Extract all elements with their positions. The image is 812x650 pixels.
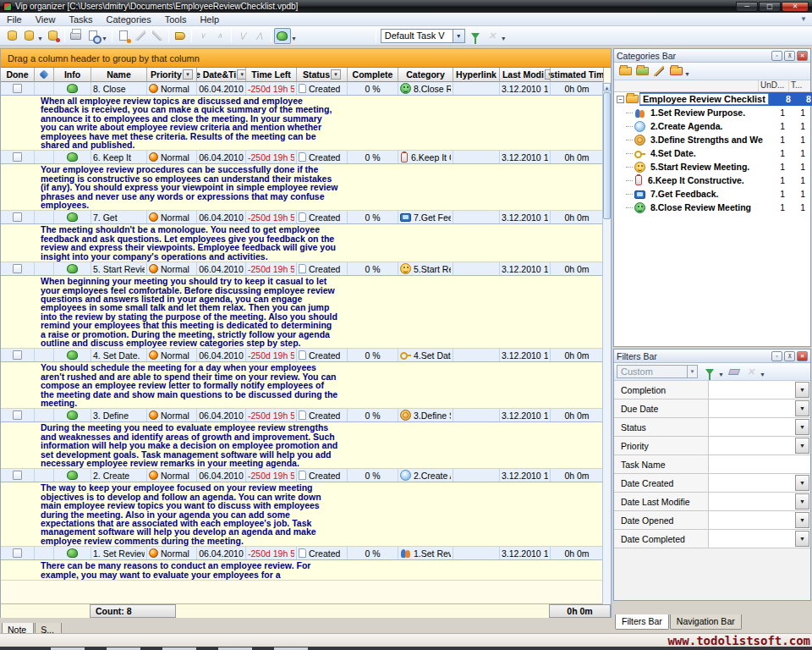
filter-dropdown-icon[interactable]: ▼	[795, 531, 809, 547]
done-checkbox[interactable]	[13, 410, 22, 420]
filter-dropdown-icon[interactable]: ▼	[795, 512, 809, 528]
column-filter-dropdown-icon[interactable]: ▼	[331, 69, 341, 80]
category-item[interactable]: 2.Create Agenda.11	[614, 119, 810, 133]
task-row[interactable]: 7. GetNormal06.04.2010-250d 19h 54mCreat…	[1, 211, 611, 224]
menu-tools[interactable]: Tools	[158, 13, 194, 26]
scroll-up-icon[interactable]: ▲	[603, 83, 611, 91]
new-subcategory-button[interactable]	[634, 63, 650, 80]
filter-dropdown-icon[interactable]: ▼	[795, 493, 809, 510]
category-item[interactable]: 1.Set Review Purpose.11	[614, 106, 810, 119]
remove-filter-button[interactable]: ✕	[743, 364, 760, 380]
delete-task-button[interactable]	[149, 28, 166, 44]
filter-value[interactable]	[709, 399, 794, 417]
filter-dropdown-icon[interactable]: ▼	[795, 419, 809, 435]
task-row[interactable]: 6. Keep ItNormal06.04.2010-250d 19h 54mC…	[1, 151, 611, 164]
col-undone[interactable]: UnD...	[758, 80, 788, 91]
menu-help[interactable]: Help	[193, 13, 226, 26]
done-checkbox[interactable]	[13, 152, 22, 162]
task-row[interactable]: 2. CreateNormal06.04.2010-250d 19h 54mCr…	[1, 469, 611, 482]
filter-value[interactable]	[709, 437, 794, 454]
collapse-icon[interactable]: −	[617, 96, 624, 103]
column-header-e-date-ti[interactable]: e Date&Ti▼	[197, 68, 246, 82]
column-header-complete[interactable]: Complete	[348, 68, 398, 82]
category-item[interactable]: 7.Get Feedback.11	[614, 187, 810, 201]
task-description[interactable]: During the meeting you need to evaluate …	[1, 422, 611, 469]
column-header-info[interactable]: Info	[54, 68, 91, 82]
done-checkbox[interactable]	[13, 471, 22, 480]
tab-navigation-bar[interactable]: Navigation Bar	[670, 614, 742, 630]
backup-database-button[interactable]	[45, 28, 62, 44]
filters-restore-icon[interactable]: ▫	[771, 351, 782, 361]
print-button[interactable]	[68, 28, 85, 44]
category-root-row[interactable]: − Employee Review Checklist 8 8	[614, 92, 810, 106]
apply-filter-button[interactable]	[701, 364, 718, 380]
task-view-dropdown-icon[interactable]: ▼	[291, 36, 297, 41]
done-checkbox[interactable]	[13, 264, 22, 273]
new-category-button[interactable]	[617, 63, 634, 80]
group-by-bar[interactable]: Drag a column header to group by that co…	[1, 49, 611, 68]
done-checkbox[interactable]	[13, 212, 22, 222]
categories-close-icon[interactable]: ×	[797, 51, 808, 61]
move-up-button[interactable]: ∧	[211, 28, 228, 44]
view-selector-combo[interactable]: Default Task V ▼	[381, 29, 465, 43]
menu-categories[interactable]: Categories	[100, 13, 158, 26]
filter-dropdown-icon[interactable]: ▼	[795, 382, 809, 398]
column-header-done[interactable]: Done	[1, 68, 35, 82]
view-overflow-icon[interactable]: ▼	[501, 36, 507, 41]
task-row[interactable]: 8. CloseNormal06.04.2010-250d 19h 54mCre…	[1, 82, 611, 96]
task-description[interactable]: You should schedule the meeting for a da…	[1, 362, 611, 409]
toolbar-overflow-icon[interactable]: ▼	[800, 15, 807, 23]
task-row[interactable]: 5. Start ReviewNormal06.04.2010-250d 19h…	[1, 262, 611, 276]
clear-filter-button[interactable]	[726, 364, 743, 380]
filter-value[interactable]	[709, 474, 794, 492]
edit-category-button[interactable]	[650, 63, 667, 80]
maximize-button[interactable]: ▢	[759, 2, 781, 12]
column-header-stimated-tim[interactable]: stimated Tim	[551, 68, 604, 82]
task-description[interactable]: When beginning your meeting you should t…	[1, 276, 611, 349]
category-item[interactable]: 5.Start Review Meeting.11	[614, 160, 810, 174]
clear-view-button[interactable]: ✕	[484, 28, 501, 44]
filters-close-icon[interactable]: ×	[797, 351, 808, 361]
column-header-hyperlink[interactable]: Hyperlink	[453, 68, 500, 82]
col-total[interactable]: T...	[788, 80, 810, 91]
column-header-priority[interactable]: Priority▼	[147, 68, 197, 82]
task-row[interactable]: 3. DefineNormal06.04.2010-250d 19h 54mCr…	[1, 409, 611, 422]
done-checkbox[interactable]	[13, 350, 22, 360]
print-dropdown-icon[interactable]: ▼	[102, 36, 107, 41]
filter-value[interactable]	[709, 455, 810, 473]
categories-restore-icon[interactable]: ▫	[771, 51, 782, 61]
filter-value[interactable]	[709, 418, 794, 436]
move-top-button[interactable]: ⋀	[251, 28, 268, 44]
delete-category-button[interactable]	[667, 63, 684, 80]
website-link[interactable]: www.todolistsoft.com	[667, 634, 812, 647]
new-task-button[interactable]	[115, 28, 132, 44]
task-description[interactable]: Your employee review procedures can be s…	[1, 164, 611, 211]
column-header-e-last-modi[interactable]: e Last Modi▼	[500, 68, 551, 82]
view-selector-dropdown-icon[interactable]: ▼	[453, 30, 464, 42]
task-row[interactable]: 4. Set Date.Normal06.04.2010-250d 19h 54…	[1, 349, 611, 362]
filter-dropdown-icon[interactable]: ▼	[795, 438, 809, 454]
column-filter-dropdown-icon[interactable]: ▼	[545, 69, 551, 80]
column-header-status[interactable]: Status▼	[297, 68, 348, 82]
column-header-category[interactable]: Category	[398, 68, 453, 82]
filter-value[interactable]	[709, 493, 794, 510]
scrollbar-thumb[interactable]	[603, 92, 611, 219]
filter-value[interactable]	[709, 381, 794, 399]
filters-toolbar-overflow-icon[interactable]: ▼	[760, 372, 765, 377]
menu-file[interactable]: File	[0, 13, 29, 26]
move-down-button[interactable]: ∨	[195, 28, 211, 44]
done-checkbox[interactable]	[13, 84, 22, 93]
category-root-label[interactable]: Employee Review Checklist	[639, 93, 769, 105]
minimize-button[interactable]: ─	[736, 2, 758, 12]
task-row[interactable]: 1. Set ReviewNormal06.04.2010-250d 19h 5…	[1, 547, 611, 560]
filter-dropdown-icon[interactable]: ▼	[795, 475, 809, 491]
done-checkbox[interactable]	[13, 548, 22, 558]
task-description[interactable]: The meeting shouldn't be a monologue. Yo…	[1, 224, 611, 262]
filter-preset-combo[interactable]: Custom ▼	[617, 365, 698, 378]
apply-filter-dropdown-icon[interactable]: ▼	[718, 372, 724, 377]
new-database-button[interactable]	[3, 28, 20, 44]
column-filter-dropdown-icon[interactable]: ▼	[183, 69, 193, 80]
category-item[interactable]: 8.Close Review Meeting11	[614, 201, 810, 214]
column-filter-dropdown-icon[interactable]: ▼	[237, 69, 246, 80]
column-header-name[interactable]: Name	[91, 68, 147, 82]
